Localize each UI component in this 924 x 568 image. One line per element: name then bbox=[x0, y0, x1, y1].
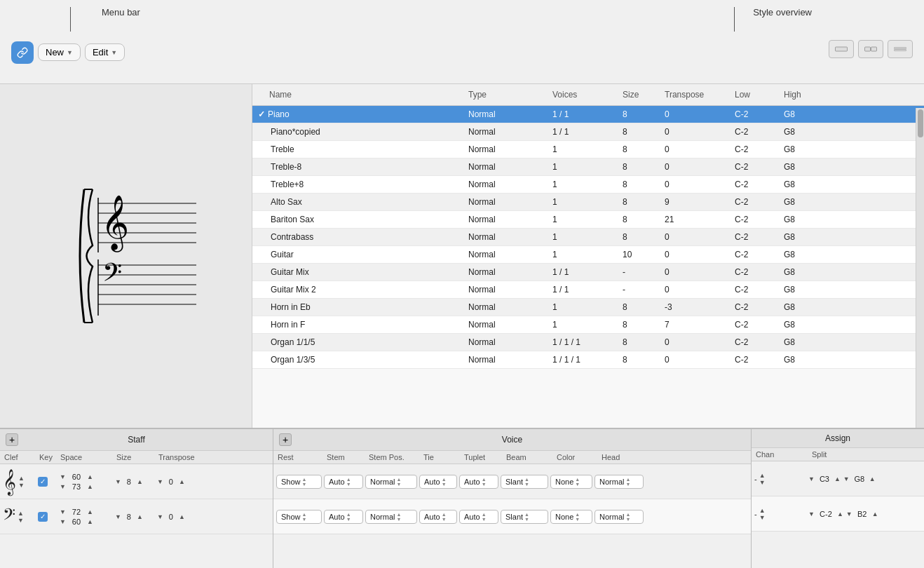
clef-down-2[interactable]: ▼ bbox=[17, 517, 25, 524]
list-row[interactable]: Guitar Mix 2Normal1 / 1-0C-2G8 bbox=[252, 281, 924, 299]
space-up-bot-2[interactable]: ▲ bbox=[86, 518, 94, 525]
row-cell: 8 bbox=[617, 211, 659, 228]
split-low-down-1[interactable]: ▼ bbox=[808, 475, 815, 482]
space-down-bot-1[interactable]: ▼ bbox=[59, 483, 67, 490]
transpose-down-2[interactable]: ▼ bbox=[156, 513, 164, 520]
clef-up-1[interactable]: ▲ bbox=[18, 475, 25, 482]
beam-dropdown-1[interactable]: Slant ▲▼ bbox=[501, 475, 548, 489]
list-row[interactable]: GuitarNormal1100C-2G8 bbox=[252, 246, 924, 264]
split-high-up-2[interactable]: ▲ bbox=[871, 510, 879, 518]
scrollbar[interactable] bbox=[916, 108, 924, 428]
chan-arrows-1[interactable]: ▲ ▼ bbox=[759, 472, 766, 486]
chan-ctrl-2: - ▲ ▼ bbox=[754, 507, 805, 521]
space-down-top-1[interactable]: ▼ bbox=[59, 473, 67, 480]
row-cell: 1 / 1 / 1 bbox=[547, 334, 617, 351]
size-up-1[interactable]: ▲ bbox=[136, 478, 144, 485]
stem-dropdown-2[interactable]: Auto ▲▼ bbox=[324, 510, 363, 524]
split-low-down-2[interactable]: ▼ bbox=[808, 510, 815, 518]
edit-button[interactable]: Edit ▼ bbox=[85, 43, 125, 61]
transpose-down-1[interactable]: ▼ bbox=[156, 478, 164, 485]
list-row[interactable]: Alto SaxNormal189C-2G8 bbox=[252, 194, 924, 211]
list-header: Name Type Voices Size Transpose Low High bbox=[252, 84, 924, 106]
split-high-down-1[interactable]: ▼ bbox=[843, 475, 850, 482]
color-arrows-2: ▲▼ bbox=[575, 512, 580, 522]
tuplet-dropdown-1[interactable]: Auto ▲▼ bbox=[459, 475, 498, 489]
color-val-2: None bbox=[555, 513, 573, 521]
stempos-dropdown-2[interactable]: Normal ▲▼ bbox=[365, 510, 417, 524]
list-row[interactable]: Guitar MixNormal1 / 1-0C-2G8 bbox=[252, 264, 924, 281]
key-check-1[interactable] bbox=[38, 477, 48, 487]
annotation-styleoverview: Style overview bbox=[753, 7, 812, 18]
space-up-top-2[interactable]: ▲ bbox=[86, 508, 94, 515]
list-row[interactable]: ContrabassNormal180C-2G8 bbox=[252, 229, 924, 246]
beam-dropdown-2[interactable]: Slant ▲▼ bbox=[501, 510, 548, 524]
row-cell: C-2 bbox=[729, 106, 778, 123]
clef-arrows-1[interactable]: ▲ ▼ bbox=[18, 475, 25, 489]
color-dropdown-1[interactable]: None ▲▼ bbox=[550, 475, 592, 489]
chan-down-2[interactable]: ▼ bbox=[759, 514, 766, 521]
scrollbar-thumb[interactable] bbox=[918, 109, 923, 137]
key-checkbox-2[interactable] bbox=[38, 512, 56, 522]
space-up-bot-1[interactable]: ▲ bbox=[86, 483, 94, 490]
color-dropdown-2[interactable]: None ▲▼ bbox=[550, 510, 592, 524]
view-compact-button[interactable] bbox=[888, 40, 913, 58]
key-check-2[interactable] bbox=[38, 512, 48, 522]
clef-arrows-2[interactable]: ▲ ▼ bbox=[17, 510, 25, 524]
size-down-1[interactable]: ▼ bbox=[114, 478, 122, 485]
split-low-up-1[interactable]: ▲ bbox=[834, 475, 841, 482]
new-button[interactable]: New ▼ bbox=[38, 43, 81, 61]
view-single-button[interactable] bbox=[829, 40, 854, 58]
space-down-top-2[interactable]: ▼ bbox=[59, 508, 67, 515]
stempos-dropdown-1[interactable]: Normal ▲▼ bbox=[365, 475, 417, 489]
list-row[interactable]: ✓PianoNormal1 / 180C-2G8 bbox=[252, 106, 924, 123]
head-dropdown-2[interactable]: Normal ▲▼ bbox=[595, 510, 644, 524]
vcol-head: Head bbox=[597, 451, 648, 464]
clef-up-2[interactable]: ▲ bbox=[17, 510, 25, 517]
clef-down-1[interactable]: ▼ bbox=[18, 482, 25, 489]
staff-section-label: Staff bbox=[18, 435, 254, 445]
row-check: Horn in Eb bbox=[252, 299, 463, 316]
view-split-button[interactable] bbox=[858, 40, 883, 58]
tie-dropdown-2[interactable]: Auto ▲▼ bbox=[419, 510, 457, 524]
chan-down-1[interactable]: ▼ bbox=[759, 479, 766, 486]
vcol-stem: Stem bbox=[322, 451, 365, 464]
list-row[interactable]: Horn in EbNormal18-3C-2G8 bbox=[252, 299, 924, 316]
size-up-2[interactable]: ▲ bbox=[136, 513, 144, 520]
voice-add-button[interactable]: + bbox=[279, 433, 292, 446]
space-down-bot-2[interactable]: ▼ bbox=[59, 518, 67, 525]
row-cell: 1 / 1 / 1 bbox=[547, 351, 617, 368]
transpose-up-1[interactable]: ▲ bbox=[178, 478, 186, 485]
row-cell: G8 bbox=[778, 281, 827, 298]
space-up-top-1[interactable]: ▲ bbox=[86, 473, 94, 480]
split-high-down-2[interactable]: ▼ bbox=[845, 510, 853, 518]
list-row[interactable]: Treble+8Normal180C-2G8 bbox=[252, 176, 924, 194]
tuplet-dropdown-2[interactable]: Auto ▲▼ bbox=[459, 510, 498, 524]
split-high-up-1[interactable]: ▲ bbox=[869, 475, 876, 482]
key-checkbox-1[interactable] bbox=[38, 477, 56, 487]
head-dropdown-1[interactable]: Normal ▲▼ bbox=[595, 475, 644, 489]
tie-dropdown-1[interactable]: Auto ▲▼ bbox=[419, 475, 457, 489]
row-cell: C-2 bbox=[729, 334, 778, 351]
row-cell: C-2 bbox=[729, 299, 778, 316]
chan-up-2[interactable]: ▲ bbox=[759, 507, 766, 514]
split-low-up-2[interactable]: ▲ bbox=[836, 510, 844, 518]
size-down-2[interactable]: ▼ bbox=[114, 513, 122, 520]
list-row[interactable]: Bariton SaxNormal1821C-2G8 bbox=[252, 211, 924, 229]
list-row[interactable]: TrebleNormal180C-2G8 bbox=[252, 141, 924, 158]
chan-up-1[interactable]: ▲ bbox=[759, 472, 766, 479]
row-cell: G8 bbox=[778, 194, 827, 210]
list-row[interactable]: Treble-8Normal180C-2G8 bbox=[252, 158, 924, 176]
row-cell: Normal bbox=[463, 229, 547, 245]
link-button[interactable] bbox=[11, 41, 34, 64]
rest-dropdown-2[interactable]: Show ▲▼ bbox=[276, 510, 322, 524]
list-row[interactable]: Organ 1/3/5Normal1 / 1 / 180C-2G8 bbox=[252, 351, 924, 369]
chan-arrows-2[interactable]: ▲ ▼ bbox=[759, 507, 766, 521]
stem-dropdown-1[interactable]: Auto ▲▼ bbox=[324, 475, 363, 489]
transpose-up-2[interactable]: ▲ bbox=[178, 513, 186, 520]
list-row[interactable]: Horn in FNormal187C-2G8 bbox=[252, 316, 924, 334]
staff-add-button[interactable]: + bbox=[6, 433, 18, 446]
list-row[interactable]: Piano*copiedNormal1 / 180C-2G8 bbox=[252, 123, 924, 141]
row-check: Treble+8 bbox=[252, 176, 463, 193]
rest-dropdown-1[interactable]: Show ▲▼ bbox=[276, 475, 322, 489]
list-row[interactable]: Organ 1/1/5Normal1 / 1 / 180C-2G8 bbox=[252, 334, 924, 351]
